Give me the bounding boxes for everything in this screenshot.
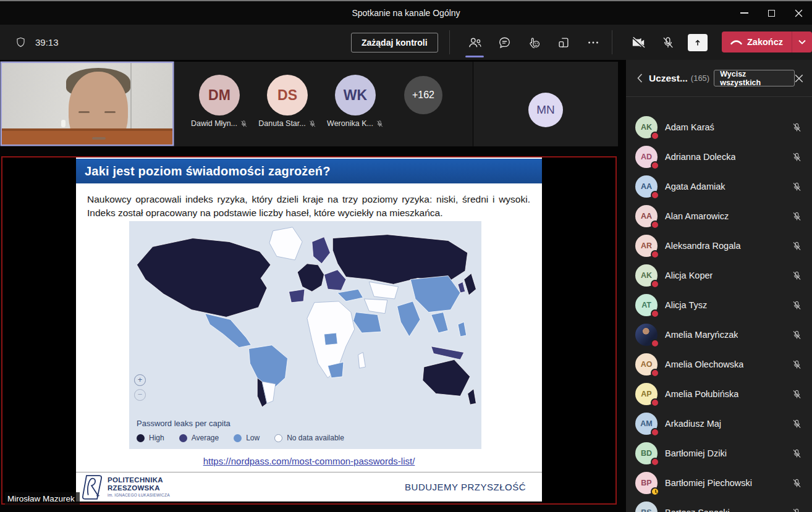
teams-meeting-window: Spotkanie na kanale Ogólny 39:13 Zażądaj… bbox=[0, 0, 812, 512]
camera-off-icon[interactable] bbox=[624, 25, 653, 60]
map-region-north-america bbox=[137, 238, 270, 317]
people-icon[interactable] bbox=[460, 25, 489, 60]
mic-off-icon[interactable] bbox=[792, 478, 802, 489]
mic-off-icon[interactable] bbox=[653, 25, 683, 60]
presenter-video-tile[interactable] bbox=[2, 63, 172, 145]
mic-off-icon[interactable] bbox=[792, 122, 802, 133]
mic-off-icon[interactable] bbox=[792, 330, 802, 340]
maximize-icon[interactable] bbox=[758, 1, 785, 25]
slide-link[interactable]: https://nordpass.com/most-common-passwor… bbox=[203, 456, 415, 466]
share-icon[interactable] bbox=[683, 25, 713, 60]
avatar: AR bbox=[635, 235, 658, 257]
end-call-button[interactable]: Zakończ bbox=[722, 31, 812, 52]
rooms-icon[interactable] bbox=[549, 25, 578, 60]
chat-icon[interactable] bbox=[489, 25, 519, 60]
mic-off-icon[interactable] bbox=[792, 182, 802, 192]
participant-row[interactable]: BP Bartłomiej Piechowski bbox=[626, 468, 812, 498]
participant-row[interactable]: AO Amelia Olechowska bbox=[626, 350, 812, 379]
mic-off-icon[interactable] bbox=[792, 448, 802, 459]
participant-row[interactable]: AM Arkadiusz Maj bbox=[626, 409, 812, 439]
participant-name: Bartłomiej Dziki bbox=[665, 448, 727, 458]
map-region-nigeria bbox=[324, 333, 338, 345]
avatar: AA bbox=[635, 205, 658, 227]
filmstrip-overflow-tile[interactable]: +162 bbox=[389, 62, 457, 146]
mic-off-icon[interactable] bbox=[792, 508, 802, 512]
back-icon[interactable] bbox=[637, 73, 643, 83]
legend-dot bbox=[274, 434, 282, 442]
mic-off-icon[interactable] bbox=[792, 359, 802, 370]
status-badge bbox=[651, 161, 659, 170]
legend-dot bbox=[179, 434, 187, 442]
participant-name: Alicja Koper bbox=[665, 271, 713, 280]
slide-body-text: Naukowcy opracowali indeks ryzyka, który… bbox=[87, 193, 530, 220]
status-badge bbox=[651, 487, 659, 496]
world-map: + − Password leaks per capita HighAverag… bbox=[129, 221, 481, 449]
participant-row[interactable]: AA Alan Amarowicz bbox=[626, 201, 812, 231]
close-icon[interactable] bbox=[785, 1, 812, 25]
slide-title: Jaki jest poziom świadomości zagrożeń? bbox=[85, 164, 331, 178]
status-badge bbox=[651, 250, 659, 259]
chevron-down-icon[interactable] bbox=[792, 31, 812, 52]
map-region-new-zealand bbox=[468, 389, 476, 405]
minimize-icon[interactable] bbox=[730, 1, 758, 25]
map-zoom-out-button[interactable]: − bbox=[134, 389, 146, 401]
participant-row[interactable]: BD Bartłomiej Dziki bbox=[626, 439, 812, 468]
more-icon[interactable] bbox=[578, 25, 608, 60]
participant-row[interactable]: BS Bartosz Sanocki bbox=[626, 498, 812, 512]
titlebar[interactable]: Spotkanie na kanale Ogólny bbox=[0, 0, 812, 25]
map-region-australia bbox=[423, 359, 470, 396]
map-region-scandinavia bbox=[312, 237, 331, 264]
end-call-icon bbox=[730, 39, 742, 45]
meeting-title: Spotkanie na kanale Ogólny bbox=[0, 0, 812, 25]
map-zoom-in-button[interactable]: + bbox=[134, 374, 146, 386]
participant-name: Adrianna Dolecka bbox=[665, 152, 735, 162]
presenter-name-tag: Mirosław Mazurek bbox=[5, 492, 80, 506]
toolbar-divider bbox=[612, 30, 612, 54]
participant-row[interactable]: AK Adam Karaś bbox=[626, 112, 812, 142]
panel-close-icon[interactable] bbox=[795, 74, 803, 83]
mic-off-icon[interactable] bbox=[792, 389, 802, 400]
participant-name: Bartłomiej Piechowski bbox=[665, 478, 752, 488]
mic-off-icon[interactable] bbox=[792, 152, 802, 162]
toolbar-divider bbox=[449, 30, 450, 54]
window-controls bbox=[730, 1, 812, 25]
participant-row[interactable]: AA Agata Adamiak bbox=[626, 172, 812, 201]
participants-title: Uczest... bbox=[649, 73, 688, 84]
mic-off-icon[interactable] bbox=[792, 419, 802, 429]
participant-row[interactable]: AD Adrianna Dolecka bbox=[626, 142, 812, 172]
status-badge bbox=[651, 369, 659, 377]
logo-text-line2: RZESZOWSKA bbox=[108, 484, 170, 492]
reactions-icon[interactable] bbox=[519, 25, 549, 60]
filmstrip-participant-tile[interactable]: DM Dawid Młyn... bbox=[185, 62, 253, 146]
map-region-mexico-central-america bbox=[205, 314, 252, 348]
participant-row[interactable]: AK Alicja Koper bbox=[626, 261, 812, 290]
participants-panel: Uczest... (165) Wycisz wszystkich AK Ada… bbox=[626, 60, 812, 512]
mic-off-icon[interactable] bbox=[792, 300, 802, 311]
filmstrip-participant-tile[interactable]: DS Danuta Star... bbox=[253, 62, 321, 146]
participant-row[interactable]: AP Amelia Połubińska bbox=[626, 379, 812, 409]
participant-row[interactable]: AT Alicja Tysz bbox=[626, 290, 812, 320]
meeting-stage: DM Dawid Młyn... DS Danuta Star... WK We… bbox=[0, 60, 626, 512]
avatar: AA bbox=[635, 175, 658, 198]
avatar: MN bbox=[528, 93, 563, 127]
participant-row[interactable]: Amelia Maryńczak bbox=[626, 320, 812, 350]
mic-off-icon[interactable] bbox=[792, 211, 802, 222]
participant-row[interactable]: AR Aleksandra Rogala bbox=[626, 231, 812, 261]
avatar: AM bbox=[635, 413, 658, 435]
filmstrip-participant-tile[interactable]: WK Weronika K... bbox=[321, 62, 389, 146]
request-control-button[interactable]: Zażądaj kontroli bbox=[351, 33, 438, 52]
legend-item-average: Average bbox=[179, 434, 219, 442]
slide-footer: POLITECHNIKA RZESZOWSKA im. IGNACEGO ŁUK… bbox=[76, 472, 542, 502]
slide-footer-slogan: BUDUJEMY PRZYSZŁOŚĆ bbox=[405, 482, 526, 492]
meeting-timer: 39:13 bbox=[35, 37, 59, 48]
participant-name: Aleksandra Rogala bbox=[665, 241, 741, 251]
legend-dot bbox=[137, 434, 145, 442]
participant-name: Arkadiusz Maj bbox=[665, 419, 721, 429]
mic-off-icon[interactable] bbox=[792, 271, 802, 281]
mic-off-icon[interactable] bbox=[792, 241, 802, 251]
avatar: AK bbox=[635, 264, 658, 287]
mute-all-button[interactable]: Wycisz wszystkich bbox=[714, 70, 795, 86]
university-logo-icon bbox=[81, 474, 103, 500]
participant-name: Amelia Połubińska bbox=[665, 389, 738, 399]
main-video-tile[interactable]: MN bbox=[473, 62, 618, 146]
